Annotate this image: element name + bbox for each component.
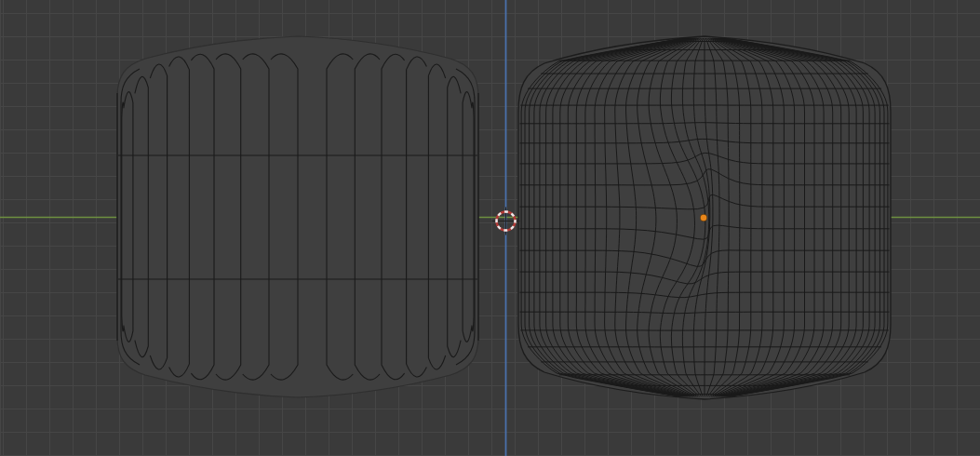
viewport-canvas[interactable]	[0, 0, 980, 456]
mesh-object-right[interactable]	[518, 36, 891, 399]
object-origin-dot	[701, 215, 706, 221]
3d-cursor[interactable]	[492, 208, 520, 235]
mesh-object-left[interactable]	[117, 36, 478, 397]
3d-viewport[interactable]	[0, 0, 980, 456]
